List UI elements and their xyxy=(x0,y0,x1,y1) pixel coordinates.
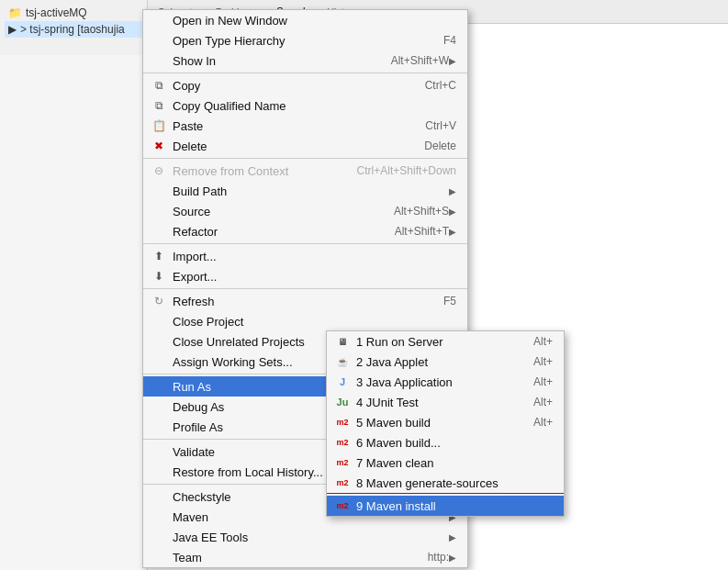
menu-java-ee-tools[interactable]: Java EE Tools ▶ xyxy=(143,527,467,547)
copy-qualified-icon: ⧉ xyxy=(151,97,167,114)
spring-icon: ▶ xyxy=(8,23,17,36)
separator-2 xyxy=(143,158,467,159)
delete-icon: ✖ xyxy=(151,138,167,154)
submenu-junit-test[interactable]: Ju 4 JUnit Test Alt+ xyxy=(327,392,564,412)
menu-close-project[interactable]: Close Project xyxy=(143,311,467,331)
separator-1 xyxy=(143,73,467,73)
project-item-spring[interactable]: ▶ > tsj-spring [taoshujia xyxy=(5,21,142,38)
refactor-arrow: ▶ xyxy=(449,227,456,237)
submenu-java-application[interactable]: J 3 Java Application Alt+ xyxy=(327,372,564,392)
menu-refactor[interactable]: Refactor Alt+Shift+T ▶ xyxy=(143,221,467,241)
maven-build-icon: m2 xyxy=(334,414,351,430)
maven-clean-icon: m2 xyxy=(334,454,351,471)
menu-open-type-hierarchy[interactable]: Open Type Hierarchy F4 xyxy=(143,30,467,50)
submenu-maven-build2[interactable]: m2 6 Maven build... xyxy=(327,432,564,453)
menu-export[interactable]: ⬇ Export... xyxy=(143,266,467,286)
remove-icon: ⊖ xyxy=(151,162,167,179)
activemq-icon: 📁 xyxy=(8,6,22,19)
menu-copy-qualified[interactable]: ⧉ Copy Qualified Name xyxy=(143,95,467,116)
run-as-submenu: 🖥 1 Run on Server Alt+ ☕ 2 Java Applet A… xyxy=(326,330,565,517)
maven-generate-icon: m2 xyxy=(334,475,351,491)
menu-delete[interactable]: ✖ Delete Delete xyxy=(143,136,467,156)
menu-show-in[interactable]: Show In Alt+Shift+W ▶ xyxy=(143,50,467,71)
project-tree: 📁 tsj-activeMQ ▶ > tsj-spring [taoshujia xyxy=(0,0,147,55)
refresh-icon: ↻ xyxy=(151,293,167,309)
show-in-arrow: ▶ xyxy=(449,56,456,66)
menu-build-path[interactable]: Build Path ▶ xyxy=(143,181,467,201)
menu-team[interactable]: Team http: ▶ xyxy=(143,547,467,567)
maven-build2-icon: m2 xyxy=(334,434,351,451)
submenu-java-applet[interactable]: ☕ 2 Java Applet Alt+ xyxy=(327,352,564,372)
import-icon: ⬆ xyxy=(151,248,167,264)
build-path-arrow: ▶ xyxy=(449,186,456,196)
separator-4 xyxy=(143,288,467,289)
java-ee-tools-arrow: ▶ xyxy=(449,532,456,542)
menu-refresh[interactable]: ↻ Refresh F5 xyxy=(143,291,467,311)
menu-paste[interactable]: 📋 Paste Ctrl+V xyxy=(143,116,467,136)
menu-open-new-window[interactable]: Open in New Window xyxy=(143,10,467,30)
submenu-maven-build[interactable]: m2 5 Maven build Alt+ xyxy=(327,412,564,432)
menu-import[interactable]: ⬆ Import... xyxy=(143,246,467,266)
ide-background: 📁 tsj-activeMQ ▶ > tsj-spring [taoshujia… xyxy=(0,0,728,570)
java-applet-icon: ☕ xyxy=(334,353,351,370)
export-icon: ⬇ xyxy=(151,268,167,285)
source-arrow: ▶ xyxy=(449,207,456,217)
copy-icon: ⧉ xyxy=(151,77,167,94)
menu-copy[interactable]: ⧉ Copy Ctrl+C xyxy=(143,75,467,95)
separator-3 xyxy=(143,243,467,244)
submenu-run-server[interactable]: 🖥 1 Run on Server Alt+ xyxy=(327,331,564,352)
junit-icon: Ju xyxy=(334,394,351,410)
project-item-activemq[interactable]: 📁 tsj-activeMQ xyxy=(5,5,142,21)
maven-install-icon: m2 xyxy=(334,497,351,514)
java-app-icon: J xyxy=(334,374,351,390)
menu-remove-context[interactable]: ⊖ Remove from Context Ctrl+Alt+Shift+Dow… xyxy=(143,161,467,181)
submenu-maven-install[interactable]: m2 9 Maven install xyxy=(327,496,564,516)
submenu-maven-generate[interactable]: m2 8 Maven generate-sources xyxy=(327,473,564,493)
paste-icon: 📋 xyxy=(151,117,167,134)
run-server-icon: 🖥 xyxy=(334,333,351,350)
menu-source[interactable]: Source Alt+Shift+S ▶ xyxy=(143,201,467,221)
maven-install-separator xyxy=(327,493,564,494)
team-arrow: ▶ xyxy=(449,553,456,563)
submenu-maven-clean[interactable]: m2 7 Maven clean xyxy=(327,453,564,473)
